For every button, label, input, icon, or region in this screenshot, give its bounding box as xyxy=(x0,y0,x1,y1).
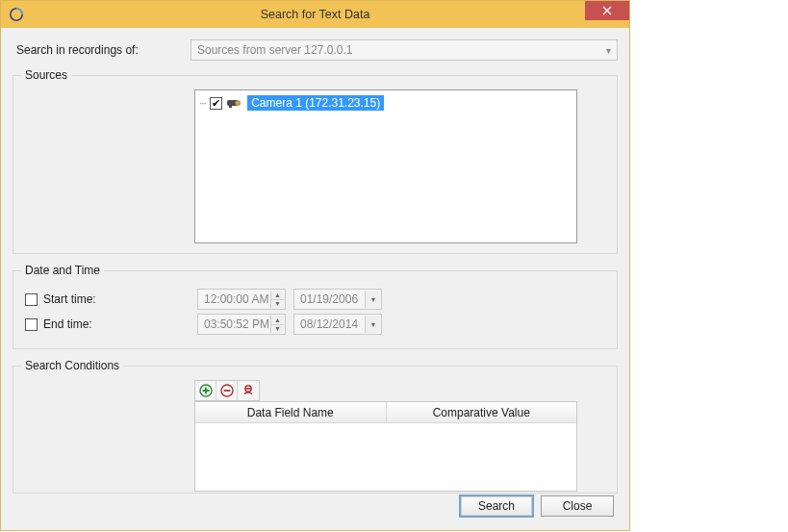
close-button[interactable]: Close xyxy=(541,495,614,517)
chevron-down-icon: ▾ xyxy=(606,45,611,56)
svg-point-2 xyxy=(236,100,241,105)
end-time-input[interactable]: 03:50:52 PM ▲ ▼ xyxy=(197,314,286,335)
search-in-row: Search in recordings of: Sources from se… xyxy=(13,39,618,61)
end-time-value: 03:50:52 PM xyxy=(204,317,269,331)
end-time-checkbox[interactable] xyxy=(25,318,38,331)
column-field-name[interactable]: Data Field Name xyxy=(195,402,387,423)
search-in-label: Search in recordings of: xyxy=(13,43,191,57)
tree-item-label: Camera 1 (172.31.23.15) xyxy=(247,95,384,111)
camera-icon xyxy=(226,97,243,109)
add-condition-button[interactable] xyxy=(195,381,216,400)
clear-conditions-button[interactable] xyxy=(238,381,259,400)
search-button[interactable]: Search xyxy=(460,495,533,517)
date-time-legend: Date and Time xyxy=(21,264,104,277)
spinner-up-icon[interactable]: ▲ xyxy=(270,316,284,325)
app-icon xyxy=(9,7,24,22)
spinner-down-icon[interactable]: ▼ xyxy=(270,325,284,334)
spinner-up-icon[interactable]: ▲ xyxy=(270,291,284,300)
start-date-value: 01/19/2006 xyxy=(300,292,358,306)
minus-icon xyxy=(220,384,234,397)
titlebar: Search for Text Data xyxy=(1,1,629,28)
remove-condition-button[interactable] xyxy=(216,381,238,400)
start-time-checkbox[interactable] xyxy=(25,293,38,306)
date-time-group: Date and Time Start time: 12:00:00 AM ▲ … xyxy=(13,264,618,349)
tree-item[interactable]: ···· ✔ Camera 1 (172.31.23.15) xyxy=(199,94,572,112)
server-combo-value: Sources from server 127.0.0.1 xyxy=(197,43,352,57)
plus-icon xyxy=(199,384,213,397)
end-date-input[interactable]: 08/12/2014 ▾ xyxy=(293,314,382,335)
conditions-toolbar xyxy=(194,380,260,401)
start-date-input[interactable]: 01/19/2006 ▾ xyxy=(293,289,382,310)
end-time-label: End time: xyxy=(43,317,197,331)
svg-rect-3 xyxy=(229,106,232,108)
tree-connector: ···· xyxy=(199,98,206,109)
start-time-value: 12:00:00 AM xyxy=(204,292,268,306)
end-time-row: End time: 03:50:52 PM ▲ ▼ 08/12/2014 ▾ xyxy=(21,314,609,335)
start-time-input[interactable]: 12:00:00 AM ▲ ▼ xyxy=(197,289,286,310)
conditions-content: Data Field Name Comparative Value xyxy=(194,380,609,492)
time-spinner-buttons[interactable]: ▲ ▼ xyxy=(270,316,284,333)
conditions-table[interactable]: Data Field Name Comparative Value xyxy=(194,401,577,492)
close-window-button[interactable] xyxy=(585,1,629,20)
sources-legend: Sources xyxy=(21,68,71,82)
dialog-footer: Search Close xyxy=(460,495,614,517)
close-button-label: Close xyxy=(563,499,593,513)
spinner-down-icon[interactable]: ▼ xyxy=(270,300,284,309)
column-comparative-value[interactable]: Comparative Value xyxy=(387,402,577,423)
end-date-value: 08/12/2014 xyxy=(300,317,358,331)
clear-icon xyxy=(241,384,255,397)
client-area: Search in recordings of: Sources from se… xyxy=(1,28,629,515)
conditions-group: Search Conditions xyxy=(13,359,618,494)
window-title: Search for Text Data xyxy=(1,8,629,21)
tree-checkbox[interactable]: ✔ xyxy=(210,97,222,110)
date-dropdown-icon[interactable]: ▾ xyxy=(365,316,380,333)
dialog-window: Search for Text Data Search in recording… xyxy=(0,0,630,531)
sources-group: Sources ···· ✔ Camera 1 (172.31.23.15) xyxy=(13,68,618,254)
sources-tree[interactable]: ···· ✔ Camera 1 (172.31.23.15) xyxy=(194,89,577,243)
start-time-label: Start time: xyxy=(43,292,197,306)
start-time-row: Start time: 12:00:00 AM ▲ ▼ 01/19/2006 ▾ xyxy=(21,289,609,310)
server-combo[interactable]: Sources from server 127.0.0.1 ▾ xyxy=(191,39,618,61)
time-spinner-buttons[interactable]: ▲ ▼ xyxy=(270,291,284,308)
conditions-legend: Search Conditions xyxy=(21,359,123,372)
date-dropdown-icon[interactable]: ▾ xyxy=(365,291,380,308)
search-button-label: Search xyxy=(478,499,515,513)
conditions-header: Data Field Name Comparative Value xyxy=(195,402,576,423)
